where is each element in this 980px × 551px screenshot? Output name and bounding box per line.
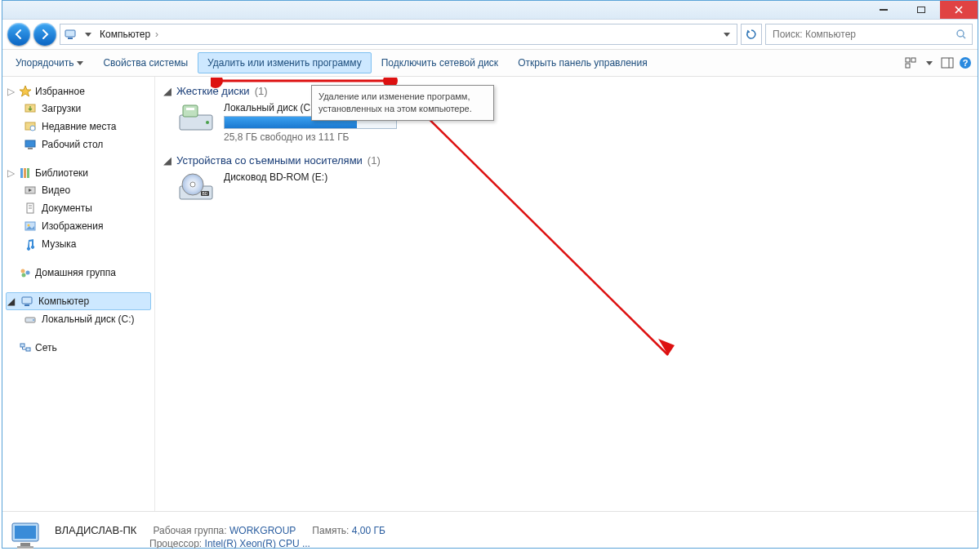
minimize-button[interactable]: [865, 1, 902, 19]
sidebar-item-label: Музыка: [42, 238, 76, 250]
cpu-label: Процессор:: [149, 538, 202, 549]
back-button[interactable]: [7, 23, 30, 46]
network-icon: [19, 341, 32, 354]
breadcrumb-arrow-icon[interactable]: ›: [155, 29, 158, 40]
svg-rect-45: [17, 546, 33, 549]
svg-point-23: [28, 224, 30, 227]
svg-point-24: [21, 269, 25, 273]
computer-large-icon: [9, 520, 45, 549]
drive-icon: [24, 313, 37, 326]
sidebar-item-label: Недавние места: [42, 121, 116, 132]
svg-rect-15: [20, 168, 23, 178]
local-disk-item[interactable]: Локальный диск (C:) 25,8 ГБ свободно из …: [176, 102, 969, 143]
svg-point-26: [22, 273, 26, 278]
favorites-header[interactable]: ▷ Избранное: [6, 83, 151, 100]
svg-rect-6: [942, 58, 953, 68]
svg-text:?: ?: [963, 58, 969, 68]
sidebar-item-label: Документы: [42, 202, 92, 214]
svg-rect-43: [15, 526, 36, 539]
sidebar-item-label: Загрузки: [42, 103, 81, 114]
search-icon: [956, 29, 967, 40]
homegroup-label: Домашняя группа: [35, 267, 116, 278]
memory-label: Память:: [312, 525, 349, 536]
close-button[interactable]: [940, 1, 978, 19]
favorites-label: Избранное: [35, 86, 85, 97]
refresh-button[interactable]: [741, 24, 762, 45]
open-control-panel-button[interactable]: Открыть панель управления: [508, 52, 657, 73]
network-header[interactable]: ▷ Сеть: [6, 340, 151, 356]
homegroup-header[interactable]: ▷ Домашняя группа: [6, 264, 151, 281]
downloads-icon: [24, 102, 37, 115]
svg-rect-16: [24, 168, 26, 178]
sidebar-item-desktop[interactable]: Рабочий стол: [6, 136, 151, 153]
view-options-button[interactable]: [902, 54, 920, 72]
removable-group-header[interactable]: ◢ Устройства со съемными носителями (1): [163, 154, 969, 167]
forward-button[interactable]: [33, 23, 56, 46]
view-options-dropdown[interactable]: [920, 54, 938, 72]
details-text: ВЛАДИСЛАВ-ПК Рабочая группа: WORKGROUP П…: [55, 524, 385, 549]
hdd-group-header[interactable]: ◢ Жесткие диски (1): [163, 85, 969, 97]
network-label: Сеть: [35, 342, 57, 353]
memory-value: 4,00 ГБ: [352, 525, 385, 536]
search-input[interactable]: [771, 28, 951, 41]
svg-rect-27: [22, 297, 32, 304]
homegroup-icon: [19, 266, 32, 279]
details-pane: ВЛАДИСЛАВ-ПК Рабочая группа: WORKGROUP П…: [2, 511, 978, 549]
address-dropdown[interactable]: [82, 33, 95, 37]
svg-rect-28: [24, 304, 29, 306]
sidebar-item-label: Изображения: [42, 220, 103, 232]
group-count: (1): [368, 154, 381, 167]
search-box[interactable]: [765, 24, 973, 45]
bdrom-drive-item[interactable]: BD Дисковод BD-ROM (E:): [176, 171, 969, 204]
maximize-button[interactable]: [902, 1, 940, 19]
help-button[interactable]: ?: [956, 54, 974, 72]
music-icon: [24, 238, 37, 251]
hard-drive-icon: [176, 102, 216, 135]
sidebar-item-documents[interactable]: Документы: [6, 199, 151, 217]
svg-rect-4: [911, 58, 915, 62]
libraries-icon: [19, 167, 32, 180]
uninstall-program-button[interactable]: Удалить или изменить программу: [198, 52, 372, 73]
drive-free-space: 25,8 ГБ свободно из 111 ГБ: [224, 131, 397, 143]
sidebar-item-local-disk[interactable]: Локальный диск (C:): [6, 310, 151, 328]
svg-point-12: [30, 126, 35, 131]
svg-point-30: [33, 319, 34, 321]
svg-point-39: [190, 182, 195, 187]
cpu-value: Intel(R) Xeon(R) CPU ...: [205, 538, 310, 549]
computer-icon: [20, 295, 33, 308]
sidebar-item-pictures[interactable]: Изображения: [6, 217, 151, 235]
libraries-header[interactable]: ▷ Библиотеки: [6, 165, 151, 181]
drive-name: Дисковод BD-ROM (E:): [224, 171, 327, 183]
address-history-dropdown[interactable]: [720, 33, 733, 37]
preview-pane-button[interactable]: [938, 54, 956, 72]
explorer-window: Компьютер › Упорядочить Свойства системы…: [2, 0, 978, 549]
group-title: Жесткие диски: [176, 85, 250, 97]
caret-icon: ▷: [7, 86, 16, 97]
svg-rect-0: [65, 30, 75, 37]
svg-rect-17: [27, 168, 29, 178]
sidebar-item-music[interactable]: Музыка: [6, 235, 151, 253]
svg-rect-44: [20, 543, 30, 546]
address-bar[interactable]: Компьютер ›: [60, 24, 737, 45]
computer-header[interactable]: ◢ Компьютер: [6, 292, 151, 310]
map-network-drive-button[interactable]: Подключить сетевой диск: [372, 52, 508, 73]
computer-icon: [64, 28, 77, 41]
libraries-label: Библиотеки: [35, 167, 88, 179]
system-properties-button[interactable]: Свойства системы: [93, 52, 198, 73]
pictures-icon: [24, 220, 37, 233]
sidebar-item-recent[interactable]: Недавние места: [6, 118, 151, 136]
svg-rect-36: [186, 108, 194, 110]
navbar: Компьютер ›: [2, 20, 978, 50]
collapse-icon[interactable]: ◢: [163, 85, 172, 97]
svg-rect-1: [68, 38, 73, 39]
organize-menu[interactable]: Упорядочить: [6, 52, 93, 73]
collapse-icon[interactable]: ◢: [163, 154, 172, 167]
svg-rect-31: [20, 344, 24, 347]
sidebar-item-video[interactable]: Видео: [6, 181, 151, 199]
svg-point-2: [957, 30, 964, 37]
sidebar-item-downloads[interactable]: Загрузки: [6, 100, 151, 118]
organize-label: Упорядочить: [16, 57, 74, 69]
caret-icon: ◢: [7, 295, 16, 307]
sidebar-item-label: Видео: [42, 184, 70, 196]
breadcrumb[interactable]: Компьютер: [100, 29, 150, 40]
